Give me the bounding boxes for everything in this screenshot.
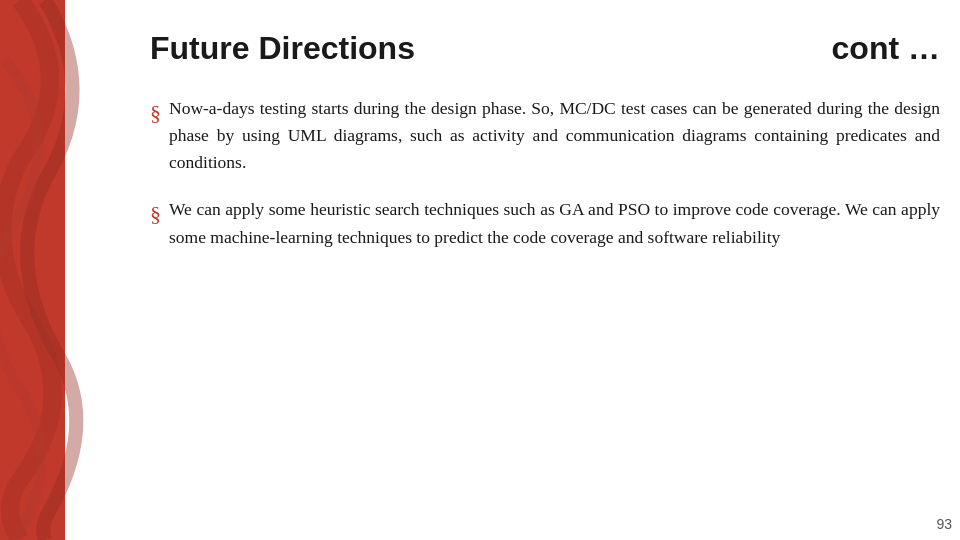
page-number: 93 xyxy=(936,516,952,532)
bullet-item-1: § Now-a-days testing starts during the d… xyxy=(150,95,940,176)
bullet-text-1: Now-a-days testing starts during the des… xyxy=(169,95,940,176)
bullet-text-2: We can apply some heuristic search techn… xyxy=(169,196,940,250)
bullet-marker-2: § xyxy=(150,197,161,231)
header-row: Future Directions cont … xyxy=(150,30,940,67)
bullet-item-2: § We can apply some heuristic search tec… xyxy=(150,196,940,250)
sidebar-accent xyxy=(0,0,130,540)
slide-container: Future Directions cont … § Now-a-days te… xyxy=(0,0,960,540)
content-area: Future Directions cont … § Now-a-days te… xyxy=(150,30,940,520)
bullet-marker-1: § xyxy=(150,96,161,130)
cont-label: cont … xyxy=(832,30,940,67)
page-title: Future Directions xyxy=(150,30,415,67)
